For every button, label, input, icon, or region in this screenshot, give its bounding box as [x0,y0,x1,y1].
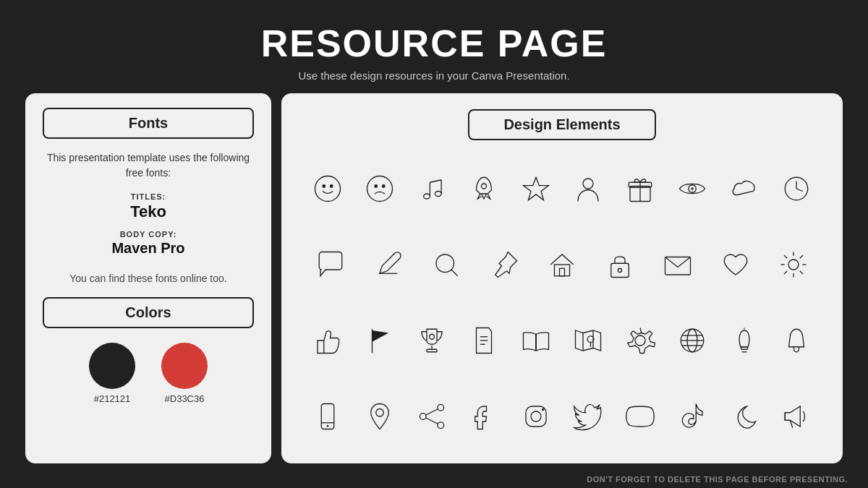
star-icon [517,170,555,207]
globe-icon [673,322,711,359]
svg-rect-41 [427,349,437,352]
svg-line-10 [430,180,441,183]
icons-row-4 [302,382,822,450]
svg-point-30 [788,260,799,270]
body-font-entry: BODY COPY: Maven Pro [43,230,254,257]
svg-point-4 [375,185,378,188]
svg-marker-74 [638,412,646,420]
facebook-icon [465,398,503,435]
mobile-icon [309,398,346,435]
color-hex-red: #D33C36 [165,393,205,404]
trophy-icon [413,322,451,359]
svg-line-21 [796,189,803,192]
person-icon [569,170,607,207]
color-swatches: #212121 #D33C36 [43,343,254,404]
svg-line-24 [451,270,458,276]
gear-icon [621,322,659,359]
mail-icon [659,246,697,283]
flag-icon [361,322,399,359]
sad-icon [361,170,399,207]
fonts-description: This presentation template uses the foll… [43,150,254,181]
moon-icon [726,398,763,435]
svg-point-68 [420,413,426,419]
icons-grid [302,155,822,450]
svg-point-66 [438,404,444,411]
rocket-icon [465,170,503,207]
svg-rect-27 [611,263,629,277]
svg-point-6 [424,194,430,199]
svg-point-3 [367,176,393,202]
lock-icon [601,246,639,283]
title-font-label: TITLES: [43,192,254,201]
thumbsup-icon [309,322,346,359]
megaphone-icon [778,398,815,435]
color-hex-dark: #212121 [94,393,131,404]
svg-point-0 [315,176,341,202]
svg-point-2 [331,185,333,188]
document-icon [465,322,503,359]
svg-point-51 [635,335,645,346]
clock-icon [778,170,815,207]
svg-point-28 [618,268,621,272]
svg-point-67 [438,422,444,429]
svg-rect-26 [560,268,565,276]
house-icon [543,246,581,283]
fonts-heading: Fonts [43,108,254,139]
svg-point-23 [436,254,454,273]
svg-line-37 [800,255,803,258]
smiley-icon [309,170,346,207]
pin-icon [485,246,523,283]
svg-point-5 [383,185,386,188]
sun-icon [775,246,812,283]
svg-point-73 [542,408,545,411]
color-swatch-red: #D33C36 [161,343,208,404]
color-swatch-dark: #212121 [89,343,135,404]
bell-icon [778,322,815,359]
svg-point-18 [691,188,694,191]
svg-point-1 [323,185,326,188]
svg-point-42 [430,334,435,339]
svg-marker-12 [524,178,549,201]
left-panel: Fonts This presentation template uses th… [25,93,271,463]
pencil-icon [370,246,407,283]
svg-line-69 [425,408,438,415]
svg-point-65 [376,408,384,416]
heart-icon [717,246,754,283]
body-font-name: Maven Pro [43,240,254,257]
icons-row-3 [302,307,822,375]
share-icon [413,398,451,435]
instagram-icon [517,398,555,435]
book-icon [517,322,555,359]
svg-line-35 [784,255,787,258]
fonts-online-note: You can find these fonts online too. [43,273,254,284]
page-header: RESOURCE PAGE Use these design resources… [261,0,608,93]
svg-line-36 [800,271,803,274]
main-content: Fonts This presentation template uses th… [25,93,843,471]
lightbulb-icon [726,322,763,359]
gift-icon [621,170,659,207]
page-title: RESOURCE PAGE [261,22,608,65]
svg-point-11 [482,184,487,189]
icons-row-1 [302,155,822,223]
map-icon [569,322,607,359]
title-font-entry: TITLES: Teko [43,192,254,221]
tiktok-icon [673,398,711,435]
search-icon [427,246,465,283]
right-panel: Design Elements [281,93,843,463]
music-icon [413,170,451,207]
svg-line-70 [425,417,438,424]
location-icon [361,398,399,435]
svg-point-64 [327,424,329,427]
svg-point-72 [531,411,541,421]
design-elements-heading: Design Elements [468,109,656,140]
color-circle-red [161,343,208,389]
youtube-icon [621,398,659,435]
svg-line-38 [784,271,787,274]
cloud-icon [726,170,763,207]
svg-rect-57 [741,347,748,350]
eye-icon [673,170,711,207]
twitter-icon [569,398,607,435]
footer-note: DON'T FORGET TO DELETE THIS PAGE BEFORE … [0,471,868,488]
title-font-name: Teko [43,202,254,221]
body-font-label: BODY COPY: [43,230,254,239]
